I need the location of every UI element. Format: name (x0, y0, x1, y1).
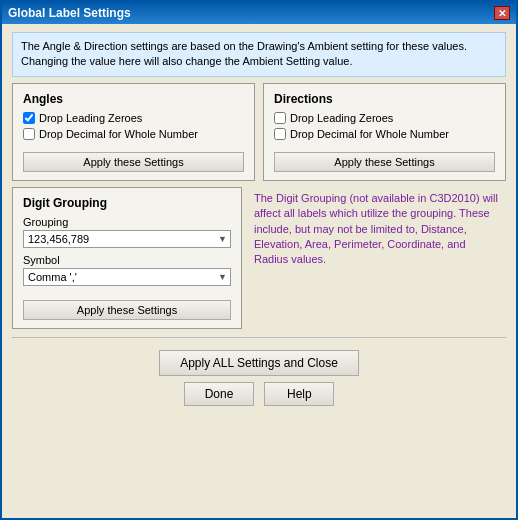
digit-grouping-apply-button[interactable]: Apply these Settings (23, 300, 231, 320)
digit-grouping-panel: Digit Grouping Grouping 123,456,789 123.… (12, 187, 242, 329)
grouping-select-wrapper: 123,456,789 123.456.789 None ▼ (23, 230, 231, 248)
angles-checkbox1-label: Drop Leading Zeroes (39, 112, 142, 124)
digit-grouping-title: Digit Grouping (23, 196, 231, 210)
directions-checkbox2-row: Drop Decimal for Whole Number (274, 128, 495, 140)
directions-drop-leading-zeroes-checkbox[interactable] (274, 112, 286, 124)
window-body: The Angle & Direction settings are based… (2, 24, 516, 518)
symbol-label: Symbol (23, 254, 231, 266)
footer: Apply ALL Settings and Close Done Help (12, 346, 506, 414)
grouping-select[interactable]: 123,456,789 123.456.789 None (23, 230, 231, 248)
directions-panel: Directions Drop Leading Zeroes Drop Deci… (263, 83, 506, 181)
symbol-select[interactable]: Comma ',' Period '.' None (23, 268, 231, 286)
directions-checkbox2-label: Drop Decimal for Whole Number (290, 128, 449, 140)
help-button[interactable]: Help (264, 382, 334, 406)
global-label-settings-window: Global Label Settings ✕ The Angle & Dire… (0, 0, 518, 520)
angles-checkbox2-row: Drop Decimal for Whole Number (23, 128, 244, 140)
angles-apply-button[interactable]: Apply these Settings (23, 152, 244, 172)
directions-checkbox1-row: Drop Leading Zeroes (274, 112, 495, 124)
angles-drop-decimal-checkbox[interactable] (23, 128, 35, 140)
symbol-select-wrapper: Comma ',' Period '.' None ▼ (23, 268, 231, 286)
divider (12, 337, 506, 338)
directions-drop-decimal-checkbox[interactable] (274, 128, 286, 140)
title-bar: Global Label Settings ✕ (2, 2, 516, 24)
info-text: The Angle & Direction settings are based… (21, 40, 467, 67)
directions-checkbox1-label: Drop Leading Zeroes (290, 112, 393, 124)
directions-apply-button[interactable]: Apply these Settings (274, 152, 495, 172)
done-button[interactable]: Done (184, 382, 255, 406)
angles-checkbox2-label: Drop Decimal for Whole Number (39, 128, 198, 140)
digit-info-box: The Digit Grouping (not available in C3D… (250, 187, 506, 329)
angles-checkbox1-row: Drop Leading Zeroes (23, 112, 244, 124)
apply-all-button[interactable]: Apply ALL Settings and Close (159, 350, 359, 376)
angles-title: Angles (23, 92, 244, 106)
digit-info-text: The Digit Grouping (not available in C3D… (254, 192, 498, 266)
directions-title: Directions (274, 92, 495, 106)
angles-panel: Angles Drop Leading Zeroes Drop Decimal … (12, 83, 255, 181)
footer-buttons-row: Done Help (184, 382, 335, 406)
top-panels-row: Angles Drop Leading Zeroes Drop Decimal … (12, 83, 506, 181)
angles-drop-leading-zeroes-checkbox[interactable] (23, 112, 35, 124)
grouping-label: Grouping (23, 216, 231, 228)
close-button[interactable]: ✕ (494, 6, 510, 20)
info-box: The Angle & Direction settings are based… (12, 32, 506, 77)
window-title: Global Label Settings (8, 6, 131, 20)
bottom-panels-row: Digit Grouping Grouping 123,456,789 123.… (12, 187, 506, 329)
